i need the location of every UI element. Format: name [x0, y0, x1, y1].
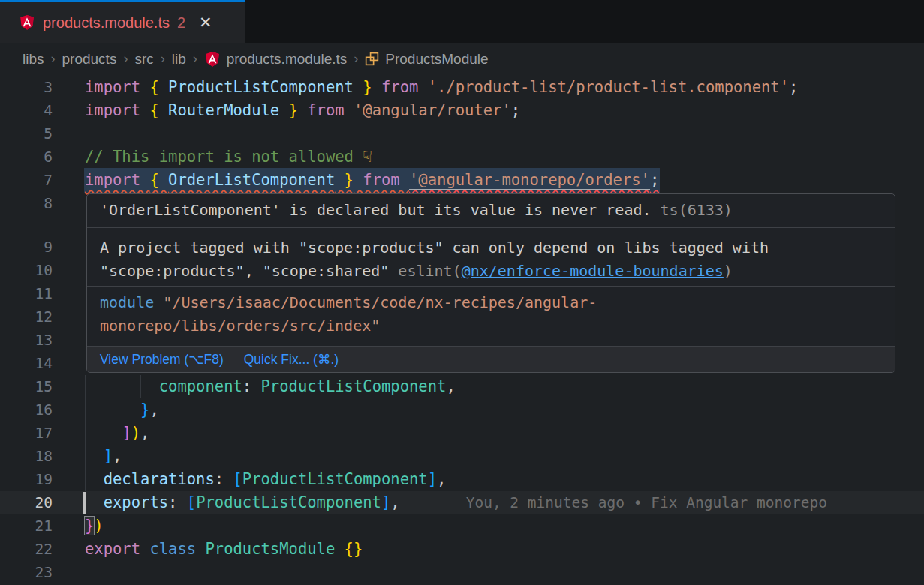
breadcrumb-separator: ›: [193, 51, 197, 67]
line-number[interactable]: 7: [0, 169, 53, 192]
token: {}: [345, 540, 363, 558]
line-number[interactable]: 11: [0, 282, 53, 305]
quick-fix-button[interactable]: Quick Fix... (⌘.): [244, 352, 339, 368]
code-line-16[interactable]: 16 },: [0, 398, 924, 422]
token: import: [85, 101, 149, 119]
breadcrumb-item-src[interactable]: src: [134, 51, 153, 68]
code-line-21[interactable]: 21}): [0, 514, 924, 538]
line-number[interactable]: 23: [0, 561, 53, 584]
line-number[interactable]: 17: [0, 422, 53, 445]
line-number[interactable]: 20: [0, 491, 53, 514]
line-number[interactable]: 6: [0, 146, 53, 169]
line-number[interactable]: 19: [0, 468, 53, 491]
code-line-6[interactable]: 6// This import is not allowed ☟: [0, 146, 924, 169]
code-text: import { ProductListComponent } from './…: [85, 76, 798, 99]
breadcrumb-label: products.module.ts: [227, 51, 348, 68]
token: from: [298, 101, 354, 119]
breadcrumb-separator: ›: [161, 51, 165, 67]
code-line-17[interactable]: 17 ]),: [0, 422, 924, 445]
line-number[interactable]: 18: [0, 445, 53, 468]
line-number[interactable]: 5: [0, 122, 53, 146]
line-number[interactable]: 10: [0, 259, 53, 282]
code-line-5[interactable]: 5: [0, 122, 924, 146]
token: [85, 447, 104, 465]
problem-hover-popup: 'OrderListComponent' is declared but its…: [86, 194, 895, 373]
line-number[interactable]: 4: [0, 99, 53, 122]
breadcrumb-item-lib[interactable]: lib: [172, 51, 186, 68]
code-line-7[interactable]: 7import { OrderListComponent } from '@an…: [0, 169, 924, 192]
text-cursor: [83, 492, 86, 514]
code-text: declarations: [ProductListComponent],: [85, 468, 446, 491]
token: [85, 470, 104, 488]
line-number[interactable]: 13: [0, 328, 53, 352]
code-text: exports: [ProductListComponent],You, 2 m…: [85, 491, 827, 514]
code-text: ]),: [85, 422, 149, 445]
tab-title: products.module.ts: [43, 14, 170, 32]
token: OrderListComponent: [168, 171, 335, 189]
close-icon[interactable]: ✕: [199, 14, 212, 32]
view-problem-button[interactable]: View Problem (⌥F8): [100, 352, 224, 368]
popup-text-line: "scope:products", "scope:shared" eslint(…: [100, 260, 895, 283]
token: [: [233, 470, 242, 488]
line-number[interactable]: 15: [0, 375, 53, 398]
code-line-18[interactable]: 18 ],: [0, 445, 924, 468]
token: :: [242, 377, 261, 395]
token: }: [140, 400, 149, 418]
token: import: [85, 171, 149, 189]
popup-section-module-info: module "/Users/isaac/Documents/code/nx-r…: [87, 286, 895, 346]
popup-text: "scope:products", "scope:shared": [100, 262, 398, 280]
line-number[interactable]: 3: [0, 76, 53, 99]
breadcrumb-item-products[interactable]: products: [62, 51, 117, 68]
token: ,: [113, 447, 122, 465]
token: ]: [122, 424, 131, 442]
breadcrumb-separator: ›: [123, 51, 128, 67]
token: ): [131, 424, 140, 442]
code-text: }): [85, 514, 104, 538]
git-blame-annotation: You, 2 minutes ago • Fix Angular monorep…: [466, 494, 827, 512]
code-line-22[interactable]: 22export class ProductsModule {}: [0, 538, 924, 561]
token: export: [85, 540, 149, 558]
code-text: component: ProductListComponent,: [85, 375, 456, 398]
code-line-20[interactable]: 20 exports: [ProductListComponent],You, …: [0, 491, 924, 514]
token: {: [149, 101, 168, 119]
tab-products-module[interactable]: products.module.ts 2 ✕: [0, 0, 245, 43]
code-line-19[interactable]: 19 declarations: [ProductListComponent],: [0, 468, 924, 491]
token: [85, 377, 159, 395]
line-number[interactable]: 21: [0, 514, 53, 538]
breadcrumb-label: libs: [23, 51, 44, 68]
breadcrumb-label: src: [134, 51, 153, 68]
breadcrumb-item-products-module-ts[interactable]: products.module.ts: [204, 50, 348, 68]
line-number[interactable]: 14: [0, 352, 53, 375]
popup-text: ): [724, 262, 733, 280]
token: from: [372, 78, 428, 96]
code-line-4[interactable]: 4import { RouterModule } from '@angular/…: [0, 99, 924, 122]
token: }: [85, 517, 94, 535]
popup-text-line: monorepo/libs/orders/src/index": [100, 314, 895, 338]
token: RouterModule: [168, 101, 279, 119]
token: import: [85, 78, 149, 96]
token: }: [335, 171, 354, 189]
token: ;: [789, 78, 798, 96]
eslint-rule-link[interactable]: @nx/enforce-module-boundaries: [462, 262, 724, 280]
code-line-23[interactable]: 23: [0, 561, 924, 584]
code-text: ],: [85, 445, 122, 468]
line-number[interactable]: 12: [0, 305, 53, 328]
code-line-15[interactable]: 15 component: ProductListComponent,: [0, 375, 924, 398]
line-number[interactable]: 8: [0, 192, 53, 215]
token: ☟: [363, 148, 372, 166]
token: ]: [104, 447, 113, 465]
tab-problem-count: 2: [177, 14, 185, 32]
popup-text: 'OrderListComponent' is declared but its…: [100, 201, 661, 219]
token: '@angular-monorepo/orders': [409, 171, 650, 190]
token: ProductListComponent: [168, 78, 354, 96]
line-number[interactable]: 16: [0, 398, 53, 422]
line-number[interactable]: 9: [0, 236, 53, 259]
breadcrumb: libs›products›src›lib›products.module.ts…: [0, 43, 924, 75]
popup-text: A project tagged with "scope:products" c…: [100, 238, 769, 256]
breadcrumb-item-libs[interactable]: libs: [23, 51, 44, 68]
line-number[interactable]: 22: [0, 538, 53, 561]
code-editor[interactable]: 3import { ProductListComponent } from '.…: [0, 75, 924, 585]
token: ,: [140, 424, 149, 442]
code-line-3[interactable]: 3import { ProductListComponent } from '.…: [0, 76, 924, 99]
breadcrumb-item-productsmodule[interactable]: ProductsModule: [365, 51, 488, 68]
